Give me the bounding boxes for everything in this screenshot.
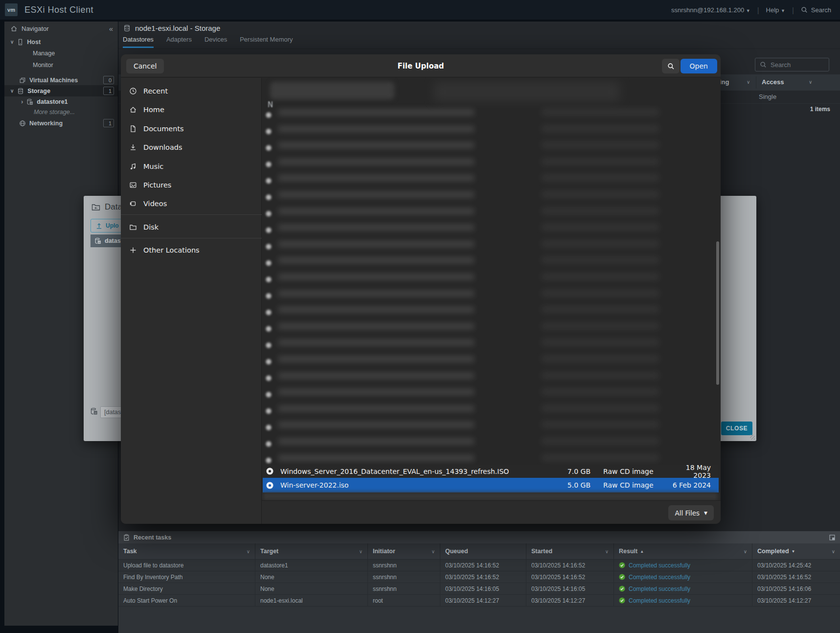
column-task[interactable]: Task∨ xyxy=(118,543,255,559)
top-bar: vm ESXi Host Client ssnrshnn@192.168.1.2… xyxy=(0,0,840,20)
sidebar-item-host[interactable]: ∨ Host xyxy=(4,36,118,47)
resize-grip[interactable] xyxy=(750,435,755,440)
storage-icon xyxy=(17,88,24,94)
file-list-area: N Windows_Server_2016_Datacenter_EVAL_en… xyxy=(262,78,721,524)
sidebar-item-pictures[interactable]: Pictures xyxy=(121,176,262,194)
folder-share-icon xyxy=(91,203,100,211)
column-initiator[interactable]: Initiator∨ xyxy=(367,543,440,559)
search-button[interactable] xyxy=(662,59,680,73)
task-cell: Make Directory xyxy=(118,583,255,594)
chevron-down-icon[interactable]: ∨ xyxy=(431,549,435,554)
storage-count-badge: 1 xyxy=(103,87,114,95)
sidebar-item-music[interactable]: Music xyxy=(121,157,262,176)
sidebar-item-recent[interactable]: Recent xyxy=(121,82,262,100)
sidebar-item-more-storage[interactable]: More storage... xyxy=(4,106,118,117)
collapse-panel-icon[interactable]: « xyxy=(109,24,113,33)
path-bar-blurred xyxy=(270,82,394,99)
table-row[interactable]: Auto Start Power On node1-esxi.local roo… xyxy=(118,595,840,607)
queued-cell: 03/10/2025 14:16:05 xyxy=(440,583,526,594)
sidebar-item-datastore1[interactable]: › datastore1 xyxy=(4,96,118,107)
file-row-selected[interactable]: Win-server-2022.iso 5.0 GB Raw CD image … xyxy=(263,478,719,492)
sidebar-item-documents[interactable]: Documents xyxy=(121,119,262,138)
table-row[interactable]: Make Directory None ssnrshnn 03/10/2025 … xyxy=(118,583,840,595)
storage-icon xyxy=(123,24,131,32)
sidebar-item-manage[interactable]: Manage xyxy=(4,47,118,59)
column-provisioning-partial[interactable]: ing xyxy=(720,78,729,86)
divider: | xyxy=(757,6,759,14)
started-cell: 03/10/2025 14:12:27 xyxy=(526,595,613,606)
navigator-header: Navigator « xyxy=(4,22,118,37)
chevron-down-icon[interactable]: ∨ xyxy=(247,549,250,554)
blurred-file-names xyxy=(278,109,474,464)
sidebar-item-monitor[interactable]: Monitor xyxy=(4,59,118,70)
column-queued[interactable]: Queued xyxy=(440,543,526,559)
open-button[interactable]: Open xyxy=(681,59,717,73)
tab-devices[interactable]: Devices xyxy=(204,36,227,48)
column-completed[interactable]: Completed▼∨ xyxy=(752,543,840,559)
started-cell: 03/10/2025 14:16:52 xyxy=(526,571,613,583)
search-icon xyxy=(667,63,675,70)
global-search[interactable]: Search xyxy=(801,6,831,14)
blurred-file-icons-column xyxy=(264,109,273,464)
sidebar-separator xyxy=(121,214,262,215)
sidebar-item-videos[interactable]: Videos xyxy=(121,194,262,213)
sidebar-item-networking[interactable]: Networking 1 xyxy=(4,117,118,129)
column-target[interactable]: Target∨ xyxy=(255,543,367,559)
tab-persistent-memory[interactable]: Persistent Memory xyxy=(240,36,293,48)
scrollbar[interactable] xyxy=(716,241,719,385)
file-name: Windows_Server_2016_Datacenter_EVAL_en-u… xyxy=(280,468,542,475)
chevron-down-icon[interactable]: ∨ xyxy=(605,549,609,554)
initiator-cell: ssnrshnn xyxy=(367,560,440,571)
sidebar-item-downloads[interactable]: Downloads xyxy=(121,138,262,157)
sidebar-separator xyxy=(121,238,262,238)
chevron-down-icon[interactable]: ∨ xyxy=(744,549,747,554)
column-started[interactable]: Started∨ xyxy=(526,543,613,559)
task-cell: Upload file to datastore xyxy=(118,560,255,571)
chevron-down-icon[interactable]: ∨ xyxy=(832,549,835,554)
chevron-down-icon: ▼ xyxy=(746,8,750,13)
column-result[interactable]: Result▲∨ xyxy=(613,543,752,559)
completed-cell: 03/10/2025 14:12:27 xyxy=(752,595,840,606)
close-button[interactable]: CLOSE xyxy=(721,422,752,435)
task-cell: Find By Inventory Path xyxy=(118,571,255,583)
sidebar-item-disk[interactable]: Disk xyxy=(121,218,262,236)
networking-count-badge: 1 xyxy=(103,119,114,127)
cancel-button[interactable]: Cancel xyxy=(126,59,164,73)
table-row[interactable]: Upload file to datastore datastore1 ssnr… xyxy=(118,560,840,571)
blurred-header-region xyxy=(434,82,620,101)
file-row[interactable]: Windows_Server_2016_Datacenter_EVAL_en-u… xyxy=(263,465,719,478)
chevron-down-icon[interactable]: ∨ xyxy=(809,79,812,85)
tab-datastores[interactable]: Datastores xyxy=(123,36,154,48)
check-circle-icon xyxy=(619,574,625,580)
sort-asc-icon: ▲ xyxy=(640,549,644,554)
chevron-down-icon: ▼ xyxy=(781,8,785,13)
content-tabs: Datastores Adapters Devices Persistent M… xyxy=(123,36,293,48)
chevron-down-icon[interactable]: ∨ xyxy=(10,39,14,45)
chevron-down-icon[interactable]: ∨ xyxy=(10,88,14,94)
user-menu[interactable]: ssnrshnn@192.168.1.200 ▼ xyxy=(671,6,750,14)
started-cell: 03/10/2025 14:16:05 xyxy=(526,583,613,594)
chevron-down-icon[interactable]: ∨ xyxy=(359,549,363,554)
sidebar-item-virtual-machines[interactable]: Virtual Machines 0 xyxy=(4,74,118,86)
target-cell: node1-esxi.local xyxy=(255,595,367,606)
file-filter-dropdown[interactable]: All Files ▼ xyxy=(668,505,714,520)
initiator-cell: ssnrshnn xyxy=(367,571,440,583)
sidebar-item-home[interactable]: Home xyxy=(121,100,262,119)
home-icon xyxy=(10,25,18,32)
column-access[interactable]: Access xyxy=(762,78,784,86)
table-row[interactable]: Find By Inventory Path None ssnrshnn 03/… xyxy=(118,571,840,583)
tab-adapters[interactable]: Adapters xyxy=(166,36,192,48)
result-cell: Completed successfully xyxy=(613,583,752,594)
items-count: 1 items xyxy=(774,106,830,113)
file-upload-dialog: Cancel File Upload Open Recent Home Docu… xyxy=(121,54,721,524)
sidebar-item-storage[interactable]: ∨ Storage 1 xyxy=(4,85,118,96)
column-divider xyxy=(756,76,756,89)
chevron-right-icon[interactable]: › xyxy=(21,98,23,105)
sidebar-item-other-locations[interactable]: Other Locations xyxy=(121,241,262,259)
pop-out-icon[interactable] xyxy=(829,535,835,540)
help-menu[interactable]: Help ▼ xyxy=(766,6,785,14)
upload-button[interactable]: Uplo xyxy=(91,219,124,233)
chevron-down-icon[interactable]: ∨ xyxy=(747,79,750,85)
datastore-search-input[interactable]: Search xyxy=(755,58,829,71)
datastore-icon xyxy=(94,237,101,244)
